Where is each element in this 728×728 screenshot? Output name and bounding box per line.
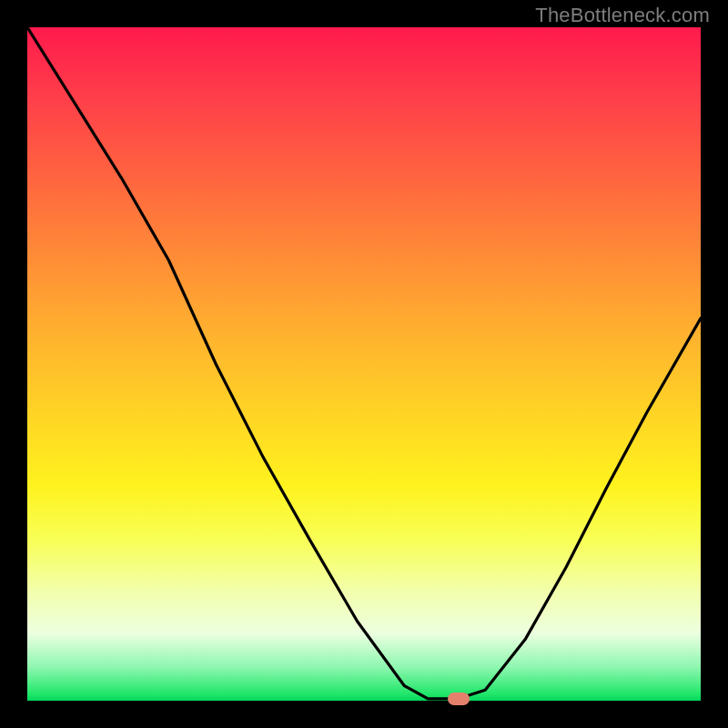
bottleneck-curve: [27, 27, 701, 701]
chart-frame: TheBottleneck.com: [0, 0, 728, 728]
plot-area: [27, 27, 701, 701]
optimal-marker: [448, 693, 470, 705]
watermark-text: TheBottleneck.com: [535, 4, 710, 27]
